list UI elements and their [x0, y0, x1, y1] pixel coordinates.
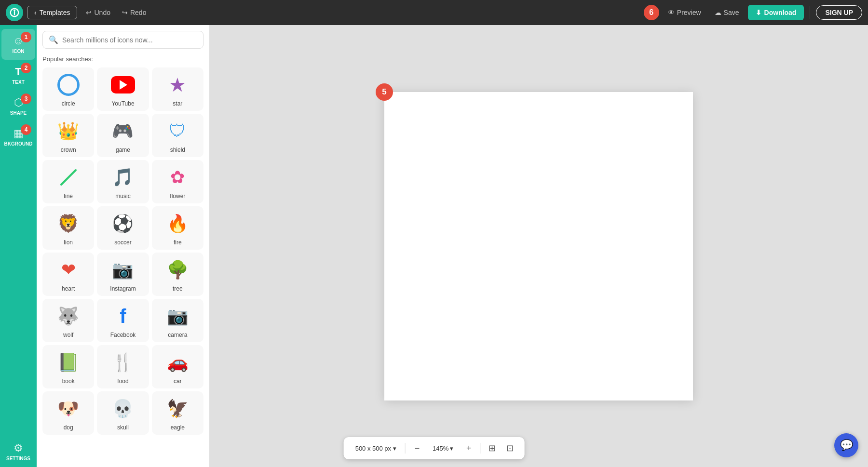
tree-label: tree: [173, 285, 183, 292]
icon-cell-eagle[interactable]: 🦅 eagle: [152, 391, 203, 435]
sidebar-badge-2: 2: [21, 63, 31, 73]
camera-label: camera: [168, 332, 187, 338]
icon-cell-soccer[interactable]: ⚽ soccer: [97, 206, 149, 250]
facebook-icon-img: f: [110, 304, 136, 329]
undo-button[interactable]: ↩ Undo: [81, 6, 115, 19]
youtube-label: YouTube: [111, 100, 134, 107]
icon-cell-game[interactable]: 🎮 game: [97, 114, 149, 157]
zoom-chevron-icon: ▾: [450, 445, 453, 452]
grid-toggle-button[interactable]: ⊞: [486, 441, 499, 455]
icon-cell-book[interactable]: 📗 book: [42, 345, 94, 388]
music-label: music: [115, 193, 130, 200]
app-logo[interactable]: [6, 4, 23, 21]
signup-button[interactable]: SIGN UP: [816, 5, 862, 20]
fit-button[interactable]: ⊡: [503, 441, 516, 455]
eye-icon: 👁: [668, 9, 675, 16]
download-icon: ⬇: [756, 9, 761, 16]
dog-icon-img: 🐶: [56, 396, 81, 421]
icon-cell-camera[interactable]: 📷 camera: [152, 299, 203, 342]
chat-icon: 💬: [840, 439, 853, 452]
zoom-out-button[interactable]: −: [410, 441, 424, 455]
star-label: star: [173, 100, 182, 107]
icon-cell-crown[interactable]: 👑 crown: [42, 114, 94, 157]
search-input[interactable]: [62, 36, 197, 44]
icon-cell-food[interactable]: 🍴 food: [97, 345, 149, 388]
settings-icon: ⚙: [14, 442, 23, 454]
chat-bubble-button[interactable]: 💬: [834, 433, 858, 457]
sidebar-item-text[interactable]: T TEXT 2: [1, 60, 35, 91]
flower-label: flower: [170, 193, 185, 200]
icon-cell-flower[interactable]: ✿ flower: [152, 160, 203, 203]
sidebar-item-shape[interactable]: ⬡ SHAPE 3: [1, 91, 35, 121]
icon-cell-heart[interactable]: ❤ heart: [42, 253, 94, 296]
download-button[interactable]: ⬇ Download: [748, 5, 804, 20]
eagle-label: eagle: [171, 424, 185, 431]
bottom-bar: 500 x 500 px ▾ − 145% ▾ + ⊞ ⊡: [344, 437, 525, 459]
svg-line-3: [61, 170, 76, 185]
game-label: game: [116, 147, 130, 153]
flower-icon-img: ✿: [165, 165, 190, 190]
food-label: food: [117, 378, 128, 385]
redo-icon: ↪: [122, 9, 128, 16]
crown-icon-img: 👑: [56, 119, 81, 144]
canvas-badge: 5: [376, 83, 393, 101]
icon-cell-fire[interactable]: 🔥 fire: [152, 206, 203, 250]
icon-panel: 🔍 Popular searches: circle YouTube ★ sta…: [37, 25, 209, 467]
shield-label: shield: [170, 147, 185, 153]
separator-2: [480, 443, 481, 454]
line-icon-img: [56, 165, 81, 190]
notification-badge: 6: [644, 5, 659, 20]
popular-label: Popular searches:: [42, 55, 203, 63]
icon-cell-youtube[interactable]: YouTube: [97, 67, 149, 111]
chevron-down-icon: ▾: [393, 445, 396, 452]
lion-label: lion: [64, 239, 73, 246]
icon-cell-wolf[interactable]: 🐺 wolf: [42, 299, 94, 342]
templates-button[interactable]: ‹ Templates: [27, 6, 77, 19]
icon-cell-dog[interactable]: 🐶 dog: [42, 391, 94, 435]
soccer-label: soccer: [114, 239, 131, 246]
icon-cell-lion[interactable]: 🦁 lion: [42, 206, 94, 250]
sidebar-item-settings[interactable]: ⚙ SETTINGS: [1, 436, 35, 467]
sidebar-badge-4: 4: [21, 124, 31, 135]
fit-icon: ⊡: [506, 443, 514, 453]
save-button[interactable]: ☁ Save: [710, 6, 744, 19]
undo-redo-group: ↩ Undo ↪ Redo: [81, 6, 151, 19]
lion-icon-img: 🦁: [56, 211, 81, 236]
topbar: ‹ Templates ↩ Undo ↪ Redo 6 👁 Preview ☁ …: [0, 0, 868, 25]
zoom-level-display[interactable]: 145% ▾: [429, 443, 457, 454]
sidebar-badge-1: 1: [21, 32, 31, 42]
canvas-size-button[interactable]: 500 x 500 px ▾: [352, 443, 400, 454]
tree-icon-img: 🌳: [165, 257, 190, 282]
icon-cell-car[interactable]: 🚗 car: [152, 345, 203, 388]
undo-icon: ↩: [86, 9, 92, 16]
search-icon: 🔍: [49, 35, 58, 44]
redo-button[interactable]: ↪ Redo: [117, 6, 151, 19]
fire-icon-img: 🔥: [165, 211, 190, 236]
icon-cell-instagram[interactable]: 📷 Instagram: [97, 253, 149, 296]
icon-cell-tree[interactable]: 🌳 tree: [152, 253, 203, 296]
icon-cell-shield[interactable]: 🛡 shield: [152, 114, 203, 157]
eagle-icon-img: 🦅: [165, 396, 190, 421]
star-icon-img: ★: [165, 72, 190, 97]
instagram-icon-img: 📷: [110, 257, 136, 282]
left-sidebar: ☺ ICON 1 T TEXT 2 ⬡ SHAPE 3 ▦ BKGROUND 4…: [0, 25, 37, 467]
icon-cell-star[interactable]: ★ star: [152, 67, 203, 111]
icon-cell-music[interactable]: 🎵 music: [97, 160, 149, 203]
preview-button[interactable]: 👁 Preview: [663, 6, 706, 19]
car-label: car: [174, 378, 182, 385]
grid-icon: ⊞: [488, 443, 496, 453]
zoom-in-button[interactable]: +: [462, 441, 475, 455]
canvas-content[interactable]: [384, 92, 693, 400]
canvas-area: 5: [209, 25, 868, 467]
back-arrow-icon: ‹: [34, 9, 37, 16]
icon-cell-circle[interactable]: circle: [42, 67, 94, 111]
heart-label: heart: [62, 285, 75, 292]
icon-cell-facebook[interactable]: f Facebook: [97, 299, 149, 342]
soccer-icon-img: ⚽: [110, 211, 136, 236]
icon-cell-skull[interactable]: 💀 skull: [97, 391, 149, 435]
sidebar-item-background[interactable]: ▦ BKGROUND 4: [1, 121, 35, 152]
icon-cell-line[interactable]: line: [42, 160, 94, 203]
fire-label: fire: [174, 239, 182, 246]
sidebar-item-icon[interactable]: ☺ ICON 1: [1, 29, 35, 60]
canvas-wrapper: 5: [384, 92, 693, 400]
